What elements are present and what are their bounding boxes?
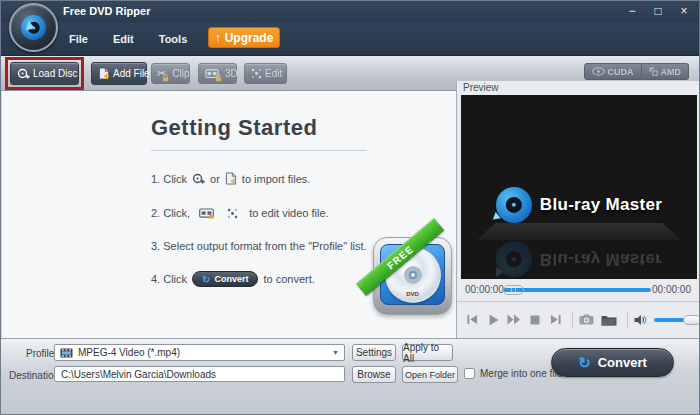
edit-label: Edit xyxy=(262,68,285,79)
lock-icon xyxy=(162,74,169,82)
add-file-step-icon xyxy=(225,172,237,185)
stop-button[interactable] xyxy=(528,312,542,328)
disc-arrow-icon xyxy=(26,21,37,33)
step-1: 1. Click or to import files. xyxy=(151,172,367,185)
merge-label: Merge into one file xyxy=(480,368,562,379)
divider xyxy=(627,312,628,328)
lock-icon xyxy=(215,74,222,82)
dvd-disc-hole xyxy=(409,271,417,279)
app-logo-icon xyxy=(9,3,58,52)
main-content: Getting Started 1. Click or to import fi… xyxy=(2,91,456,338)
open-snapshot-folder-button[interactable] xyxy=(601,312,617,328)
convert-button-illustration: ↻ Convert xyxy=(192,271,258,287)
step-2-text: to edit video file. xyxy=(249,207,329,219)
cuda-eye-icon xyxy=(592,67,605,76)
next-button[interactable] xyxy=(549,312,563,328)
maximize-button[interactable]: □ xyxy=(651,3,665,20)
titlebar: Free DVD Ripper − □ × xyxy=(1,1,699,23)
step-3: 3. Select output format from the "Profil… xyxy=(151,240,367,252)
3d-label: 3D xyxy=(222,68,241,79)
disc-logo-icon xyxy=(496,187,532,223)
close-button[interactable]: × xyxy=(677,3,691,20)
seek-slider[interactable] xyxy=(503,288,651,292)
logo-text: Blu-ray Master xyxy=(540,195,662,215)
step-4: 4. Click ↻ Convert to convert. xyxy=(151,271,367,287)
free-dvd-badge-icon: DVD FREE xyxy=(373,237,452,315)
preview-panel: Preview Blu-ray Master Blu-ray Master 00… xyxy=(456,81,700,338)
menu-edit[interactable]: Edit xyxy=(111,31,136,47)
preview-title: Preview xyxy=(463,82,499,93)
step-4-text: 4. Click xyxy=(151,273,187,285)
volume-thumb[interactable] xyxy=(683,315,700,325)
logo-text-reflection: Blu-ray Master xyxy=(540,249,662,269)
clip-label: Clip xyxy=(169,68,192,79)
convert-refresh-icon: ↻ xyxy=(578,354,591,372)
time-total: 00:00:00 xyxy=(652,284,691,295)
convert-refresh-icon: ↻ xyxy=(202,274,210,285)
disc-logo-icon xyxy=(21,15,46,40)
convert-button[interactable]: ↻ Convert xyxy=(551,348,674,377)
minimize-button[interactable]: − xyxy=(625,3,639,20)
time-current: 00:00:00 xyxy=(465,284,504,295)
convert-illustration-label: Convert xyxy=(214,274,248,284)
fast-forward-button[interactable] xyxy=(507,312,521,328)
seek-thumb[interactable] xyxy=(503,285,524,295)
dvd-label: DVD xyxy=(385,291,441,297)
menu-file[interactable]: File xyxy=(67,31,90,47)
add-file-icon xyxy=(92,67,110,80)
snapshot-camera-button[interactable] xyxy=(579,312,594,328)
video-preview-area: Blu-ray Master Blu-ray Master xyxy=(461,95,697,279)
browse-button[interactable]: Browse xyxy=(352,366,396,383)
window-controls: − □ × xyxy=(625,3,691,20)
seek-row: 00:00:00 00:00:00 xyxy=(457,279,700,301)
add-file-button[interactable]: Add File xyxy=(91,62,147,85)
edit-button: Edit xyxy=(244,63,287,84)
step-1-text: 1. Click xyxy=(151,173,187,185)
cuda-label: CUDA xyxy=(608,67,634,77)
getting-started: Getting Started 1. Click or to import fi… xyxy=(151,115,367,287)
edit-step-icon xyxy=(227,208,238,219)
profile-value: MPEG-4 Video (*.mp4) xyxy=(78,347,327,358)
volume-slider[interactable] xyxy=(654,318,700,322)
play-button[interactable] xyxy=(487,312,501,328)
destination-field[interactable]: C:\Users\Melvin Garcia\Downloads xyxy=(54,366,345,382)
step-3-text: 3. Select output format from the "Profil… xyxy=(151,240,367,252)
bluray-master-logo: Blu-ray Master xyxy=(461,187,697,223)
step-1-text: or xyxy=(210,173,220,185)
step-4-text: to convert. xyxy=(263,273,314,285)
upgrade-label: Upgrade xyxy=(225,31,274,45)
logo-reflection: Blu-ray Master xyxy=(461,241,697,277)
3d-step-icon xyxy=(199,208,214,219)
playback-controls xyxy=(457,301,700,337)
amd-button: AMD xyxy=(642,63,690,80)
step-2-text: 2. Click, xyxy=(151,207,190,219)
app-title: Free DVD Ripper xyxy=(63,5,150,17)
apply-to-all-button[interactable]: Apply to All xyxy=(402,344,453,361)
step-2: 2. Click, to edit video file. xyxy=(151,207,367,219)
profile-dropdown[interactable]: MPEG-4 Video (*.mp4) ▼ xyxy=(54,344,345,361)
film-strip-icon xyxy=(60,348,73,358)
upgrade-button[interactable]: ↑ Upgrade xyxy=(208,27,280,48)
menu-tools[interactable]: Tools xyxy=(157,31,190,47)
page-title: Getting Started xyxy=(151,115,367,141)
amd-label: AMD xyxy=(661,67,682,77)
merge-option: Merge into one file xyxy=(464,368,562,379)
profile-label: Profile: xyxy=(26,348,57,359)
merge-checkbox[interactable] xyxy=(464,368,475,379)
step-1-text: to import files. xyxy=(242,173,310,185)
divider xyxy=(151,150,367,151)
divider xyxy=(572,312,573,328)
edit-dots-icon xyxy=(245,68,262,79)
volume-speaker-icon[interactable] xyxy=(634,312,648,328)
chevron-down-icon: ▼ xyxy=(332,349,339,356)
disc-logo-icon xyxy=(496,241,532,277)
convert-label: Convert xyxy=(598,355,647,370)
load-disc-highlight-box xyxy=(5,57,84,90)
clip-button: ✂ Clip xyxy=(151,63,190,84)
amd-arrow-icon xyxy=(649,67,658,76)
disc-arrow-icon xyxy=(496,267,504,277)
settings-button[interactable]: Settings xyxy=(352,344,396,361)
disc-arrow-icon xyxy=(493,212,502,222)
previous-button[interactable] xyxy=(466,312,480,328)
open-folder-button[interactable]: Open Folder xyxy=(402,366,458,383)
